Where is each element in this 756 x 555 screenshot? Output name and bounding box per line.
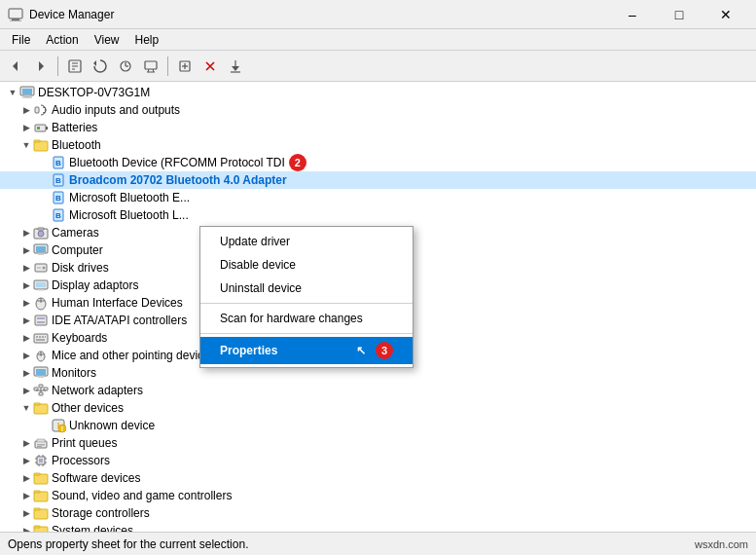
expand-icon: ▶ bbox=[19, 524, 33, 532]
expand-icon: ▶ bbox=[19, 454, 33, 467]
svg-rect-99 bbox=[34, 474, 48, 484]
list-item[interactable]: B Microsoft Bluetooth E... bbox=[0, 189, 756, 206]
svg-rect-86 bbox=[37, 439, 45, 442]
svg-rect-13 bbox=[145, 61, 157, 69]
item-label: Computer bbox=[52, 243, 103, 257]
item-label: Disk drives bbox=[52, 261, 109, 275]
svg-rect-106 bbox=[34, 526, 40, 528]
selected-device-item[interactable]: B Broadcom 20702 Bluetooth 4.0 Adapter bbox=[0, 171, 756, 189]
computer-icon bbox=[19, 85, 35, 100]
svg-rect-100 bbox=[34, 473, 40, 475]
title-bar: Device Manager – □ ✕ bbox=[0, 0, 756, 29]
ctx-properties[interactable]: Properties ↖ 3 bbox=[200, 337, 413, 364]
svg-rect-103 bbox=[34, 509, 48, 519]
list-item[interactable]: ▶ Print queues bbox=[0, 434, 756, 452]
list-item[interactable]: ▶ Network adapters bbox=[0, 382, 756, 399]
svg-rect-57 bbox=[37, 317, 45, 319]
window-controls: – □ ✕ bbox=[610, 0, 748, 29]
svg-rect-70 bbox=[38, 376, 44, 378]
svg-rect-80 bbox=[34, 403, 40, 405]
item-label: Broadcom 20702 Bluetooth 4.0 Adapter bbox=[69, 173, 287, 187]
svg-rect-104 bbox=[34, 508, 40, 510]
toolbar-update[interactable] bbox=[89, 55, 112, 78]
list-item[interactable]: ▶ Processors bbox=[0, 452, 756, 469]
ctx-update-driver[interactable]: Update driver bbox=[200, 230, 413, 253]
list-item[interactable]: ▶ Batteries bbox=[0, 119, 756, 136]
item-label: Print queues bbox=[52, 436, 117, 450]
svg-rect-71 bbox=[34, 388, 38, 390]
svg-rect-56 bbox=[35, 315, 47, 325]
menu-action[interactable]: Action bbox=[38, 31, 86, 49]
toolbar-remove[interactable] bbox=[198, 55, 222, 78]
sound-icon bbox=[33, 488, 49, 503]
close-button[interactable]: ✕ bbox=[703, 0, 748, 29]
tree-root[interactable]: ▼ DESKTOP-0V73G1M bbox=[0, 84, 756, 101]
list-item[interactable]: ▶ System devices bbox=[0, 522, 756, 532]
svg-text:B: B bbox=[55, 211, 61, 220]
list-item[interactable]: ▼ Other devices bbox=[0, 399, 756, 417]
item-label: Mice and other pointing devices bbox=[52, 349, 216, 362]
ctx-scan-hardware[interactable]: Scan for hardware changes bbox=[200, 307, 413, 330]
menu-view[interactable]: View bbox=[87, 31, 127, 49]
expand-icon: ▶ bbox=[19, 471, 33, 485]
list-item[interactable]: ! ! Unknown device bbox=[0, 417, 756, 434]
menu-help[interactable]: Help bbox=[127, 31, 167, 49]
list-item[interactable]: ▶ Software devices bbox=[0, 469, 756, 487]
expand-icon: ▶ bbox=[19, 314, 33, 327]
root-expand-icon: ▼ bbox=[6, 86, 19, 99]
item-label: Sound, video and game controllers bbox=[52, 489, 232, 502]
bluetooth-folder-icon bbox=[33, 137, 49, 153]
svg-rect-60 bbox=[36, 336, 38, 338]
toolbar-monitor[interactable] bbox=[139, 55, 162, 78]
expand-icon: ▶ bbox=[19, 349, 33, 362]
broadcom-bt-icon: B bbox=[51, 172, 66, 188]
item-label: Processors bbox=[52, 454, 110, 467]
list-item[interactable]: ▶ Storage controllers bbox=[0, 504, 756, 522]
svg-rect-101 bbox=[34, 492, 48, 501]
toolbar-scan[interactable] bbox=[114, 55, 137, 78]
expand-icon: ▶ bbox=[19, 121, 33, 134]
expand-icon: ▶ bbox=[19, 436, 33, 450]
list-item[interactable]: ▶ Audio inputs and outputs bbox=[0, 101, 756, 119]
device-tree[interactable]: ▼ DESKTOP-0V73G1M ▶ bbox=[0, 82, 756, 532]
list-item[interactable]: B Microsoft Bluetooth L... bbox=[0, 206, 756, 224]
disk-drives-icon bbox=[33, 260, 49, 276]
status-bar: Opens property sheet for the current sel… bbox=[0, 532, 756, 555]
menu-file[interactable]: File bbox=[4, 31, 38, 49]
toolbar-back[interactable] bbox=[4, 55, 27, 78]
print-queues-icon bbox=[33, 435, 49, 451]
svg-rect-59 bbox=[34, 334, 48, 343]
item-label: Keyboards bbox=[52, 331, 107, 345]
svg-rect-90 bbox=[39, 459, 43, 462]
svg-rect-58 bbox=[37, 321, 45, 323]
item-label: Network adapters bbox=[52, 384, 143, 397]
bluetooth-device-icon: B bbox=[51, 155, 66, 170]
svg-rect-30 bbox=[37, 127, 40, 130]
context-menu: Update driver Disable device Uninstall d… bbox=[199, 226, 414, 368]
expand-icon bbox=[37, 419, 51, 432]
svg-text:!: ! bbox=[61, 426, 63, 432]
maximize-button[interactable]: □ bbox=[657, 0, 702, 29]
ctx-disable-device[interactable]: Disable device bbox=[200, 253, 413, 277]
item-label: Unknown device bbox=[69, 419, 155, 432]
toolbar-add[interactable] bbox=[173, 55, 197, 78]
ctx-uninstall-device[interactable]: Uninstall device bbox=[200, 277, 413, 300]
list-item[interactable]: ▶ Sound, video and game controllers bbox=[0, 487, 756, 504]
svg-rect-2 bbox=[10, 20, 21, 21]
svg-rect-52 bbox=[38, 289, 44, 291]
list-item[interactable]: ▼ Bluetooth bbox=[0, 136, 756, 154]
svg-rect-62 bbox=[42, 336, 44, 338]
toolbar-properties[interactable] bbox=[63, 55, 87, 78]
toolbar-download[interactable] bbox=[224, 55, 247, 78]
toolbar-forward[interactable] bbox=[29, 55, 53, 78]
item-label: Microsoft Bluetooth E... bbox=[69, 191, 190, 204]
svg-rect-69 bbox=[36, 369, 46, 375]
item-label: Audio inputs and outputs bbox=[52, 103, 180, 117]
svg-rect-72 bbox=[39, 385, 43, 388]
list-item[interactable]: B Bluetooth Device (RFCOMM Protocol TDI … bbox=[0, 154, 756, 171]
svg-rect-27 bbox=[35, 107, 39, 113]
minimize-button[interactable]: – bbox=[610, 0, 655, 29]
batteries-icon bbox=[33, 120, 49, 135]
svg-rect-0 bbox=[9, 9, 22, 18]
expand-icon: ▼ bbox=[19, 138, 33, 152]
